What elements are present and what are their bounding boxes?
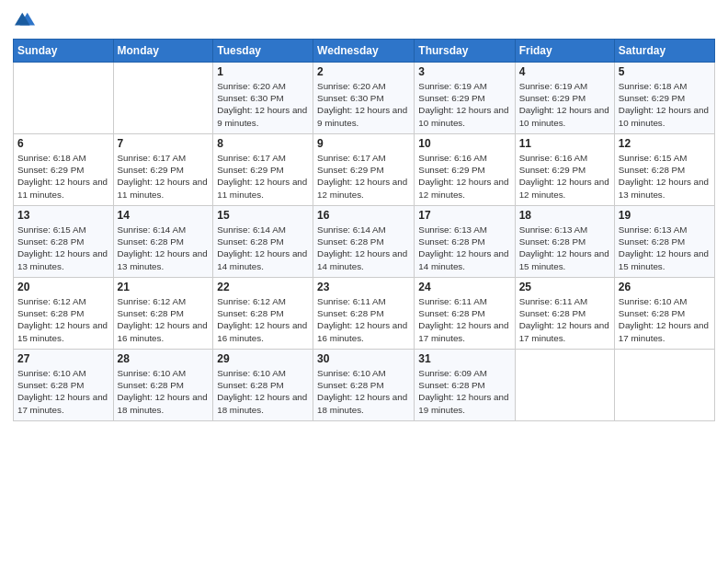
calendar-cell: 5Sunrise: 6:18 AMSunset: 6:29 PMDaylight…	[614, 63, 714, 134]
calendar-cell: 6Sunrise: 6:18 AMSunset: 6:29 PMDaylight…	[14, 134, 114, 206]
day-number: 14	[118, 209, 210, 222]
weekday-header: Tuesday	[213, 40, 313, 63]
day-number: 27	[17, 352, 109, 365]
day-number: 13	[17, 209, 109, 222]
day-info: Sunrise: 6:10 AMSunset: 6:28 PMDaylight:…	[118, 367, 210, 416]
day-number: 30	[317, 352, 410, 365]
day-number: 23	[317, 281, 410, 293]
weekday-header: Friday	[515, 40, 614, 63]
day-info: Sunrise: 6:10 AMSunset: 6:28 PMDaylight:…	[217, 367, 309, 416]
day-number: 29	[217, 352, 309, 365]
calendar-cell: 25Sunrise: 6:11 AMSunset: 6:28 PMDayligh…	[515, 278, 614, 350]
day-number: 26	[619, 281, 711, 293]
day-info: Sunrise: 6:18 AMSunset: 6:29 PMDaylight:…	[17, 152, 109, 201]
calendar-cell: 19Sunrise: 6:13 AMSunset: 6:28 PMDayligh…	[614, 206, 714, 278]
day-info: Sunrise: 6:15 AMSunset: 6:28 PMDaylight:…	[17, 224, 109, 272]
day-number: 4	[519, 65, 610, 78]
day-info: Sunrise: 6:19 AMSunset: 6:29 PMDaylight:…	[418, 80, 510, 129]
calendar-cell: 20Sunrise: 6:12 AMSunset: 6:28 PMDayligh…	[14, 278, 114, 350]
weekday-header: Thursday	[415, 40, 515, 63]
day-info: Sunrise: 6:14 AMSunset: 6:28 PMDaylight:…	[217, 224, 309, 272]
calendar-cell	[113, 63, 213, 134]
calendar-table: SundayMondayTuesdayWednesdayThursdayFrid…	[13, 39, 715, 421]
day-info: Sunrise: 6:20 AMSunset: 6:30 PMDaylight:…	[217, 80, 309, 129]
day-number: 17	[418, 209, 510, 222]
day-info: Sunrise: 6:14 AMSunset: 6:28 PMDaylight:…	[317, 224, 410, 272]
calendar-cell: 14Sunrise: 6:14 AMSunset: 6:28 PMDayligh…	[113, 206, 213, 278]
calendar-cell: 24Sunrise: 6:11 AMSunset: 6:28 PMDayligh…	[415, 278, 515, 350]
day-number: 21	[118, 281, 210, 293]
calendar-cell	[614, 350, 714, 421]
day-info: Sunrise: 6:16 AMSunset: 6:29 PMDaylight:…	[418, 152, 510, 201]
logo-icon	[15, 9, 35, 29]
calendar-cell: 4Sunrise: 6:19 AMSunset: 6:29 PMDaylight…	[515, 63, 614, 134]
day-number: 12	[619, 137, 711, 150]
calendar-cell: 2Sunrise: 6:20 AMSunset: 6:30 PMDaylight…	[313, 63, 415, 134]
day-number: 25	[519, 281, 610, 293]
page: SundayMondayTuesdayWednesdayThursdayFrid…	[0, 0, 728, 563]
day-info: Sunrise: 6:09 AMSunset: 6:28 PMDaylight:…	[418, 367, 510, 416]
day-info: Sunrise: 6:17 AMSunset: 6:29 PMDaylight:…	[118, 152, 210, 201]
calendar-cell: 16Sunrise: 6:14 AMSunset: 6:28 PMDayligh…	[313, 206, 415, 278]
day-info: Sunrise: 6:11 AMSunset: 6:28 PMDaylight:…	[519, 295, 610, 344]
calendar-cell: 18Sunrise: 6:13 AMSunset: 6:28 PMDayligh…	[515, 206, 614, 278]
calendar-cell: 29Sunrise: 6:10 AMSunset: 6:28 PMDayligh…	[213, 350, 313, 421]
day-number: 16	[317, 209, 410, 222]
day-info: Sunrise: 6:18 AMSunset: 6:29 PMDaylight:…	[619, 80, 711, 129]
day-number: 7	[118, 137, 210, 150]
day-info: Sunrise: 6:12 AMSunset: 6:28 PMDaylight:…	[118, 295, 210, 344]
day-number: 2	[317, 65, 410, 78]
calendar-cell: 13Sunrise: 6:15 AMSunset: 6:28 PMDayligh…	[14, 206, 114, 278]
day-info: Sunrise: 6:10 AMSunset: 6:28 PMDaylight:…	[317, 367, 410, 416]
day-number: 19	[619, 209, 711, 222]
calendar-cell: 7Sunrise: 6:17 AMSunset: 6:29 PMDaylight…	[113, 134, 213, 206]
day-number: 31	[418, 352, 510, 365]
day-info: Sunrise: 6:20 AMSunset: 6:30 PMDaylight:…	[317, 80, 410, 129]
calendar-cell: 21Sunrise: 6:12 AMSunset: 6:28 PMDayligh…	[113, 278, 213, 350]
weekday-header: Sunday	[14, 40, 114, 63]
day-number: 3	[418, 65, 510, 78]
day-number: 22	[217, 281, 309, 293]
day-info: Sunrise: 6:12 AMSunset: 6:28 PMDaylight:…	[17, 295, 109, 344]
calendar-cell: 11Sunrise: 6:16 AMSunset: 6:29 PMDayligh…	[515, 134, 614, 206]
calendar-cell: 3Sunrise: 6:19 AMSunset: 6:29 PMDaylight…	[415, 63, 515, 134]
calendar-cell: 12Sunrise: 6:15 AMSunset: 6:28 PMDayligh…	[614, 134, 714, 206]
calendar-cell: 1Sunrise: 6:20 AMSunset: 6:30 PMDaylight…	[213, 63, 313, 134]
day-info: Sunrise: 6:10 AMSunset: 6:28 PMDaylight:…	[17, 367, 109, 416]
calendar-cell: 23Sunrise: 6:11 AMSunset: 6:28 PMDayligh…	[313, 278, 415, 350]
calendar-cell: 15Sunrise: 6:14 AMSunset: 6:28 PMDayligh…	[213, 206, 313, 278]
calendar-cell: 30Sunrise: 6:10 AMSunset: 6:28 PMDayligh…	[313, 350, 415, 421]
logo	[13, 9, 37, 33]
day-number: 28	[118, 352, 210, 365]
calendar-cell: 17Sunrise: 6:13 AMSunset: 6:28 PMDayligh…	[415, 206, 515, 278]
day-info: Sunrise: 6:17 AMSunset: 6:29 PMDaylight:…	[317, 152, 410, 201]
header	[13, 9, 715, 33]
calendar-cell	[515, 350, 614, 421]
weekday-header: Wednesday	[313, 40, 415, 63]
calendar-cell: 31Sunrise: 6:09 AMSunset: 6:28 PMDayligh…	[415, 350, 515, 421]
day-number: 18	[519, 209, 610, 222]
day-number: 5	[619, 65, 711, 78]
day-number: 15	[217, 209, 309, 222]
weekday-header: Saturday	[614, 40, 714, 63]
day-number: 6	[17, 137, 109, 150]
day-number: 9	[317, 137, 410, 150]
day-number: 10	[418, 137, 510, 150]
calendar-cell: 27Sunrise: 6:10 AMSunset: 6:28 PMDayligh…	[14, 350, 114, 421]
calendar-cell	[14, 63, 114, 134]
day-info: Sunrise: 6:19 AMSunset: 6:29 PMDaylight:…	[519, 80, 610, 129]
day-number: 1	[217, 65, 309, 78]
day-number: 8	[217, 137, 309, 150]
day-info: Sunrise: 6:17 AMSunset: 6:29 PMDaylight:…	[217, 152, 309, 201]
day-info: Sunrise: 6:12 AMSunset: 6:28 PMDaylight:…	[217, 295, 309, 344]
weekday-header: Monday	[113, 40, 213, 63]
day-info: Sunrise: 6:16 AMSunset: 6:29 PMDaylight:…	[519, 152, 610, 201]
day-info: Sunrise: 6:10 AMSunset: 6:28 PMDaylight:…	[619, 295, 711, 344]
day-info: Sunrise: 6:15 AMSunset: 6:28 PMDaylight:…	[619, 152, 711, 201]
day-info: Sunrise: 6:11 AMSunset: 6:28 PMDaylight:…	[418, 295, 510, 344]
day-number: 24	[418, 281, 510, 293]
day-number: 11	[519, 137, 610, 150]
day-info: Sunrise: 6:13 AMSunset: 6:28 PMDaylight:…	[619, 224, 711, 272]
calendar-cell: 22Sunrise: 6:12 AMSunset: 6:28 PMDayligh…	[213, 278, 313, 350]
day-info: Sunrise: 6:13 AMSunset: 6:28 PMDaylight:…	[418, 224, 510, 272]
